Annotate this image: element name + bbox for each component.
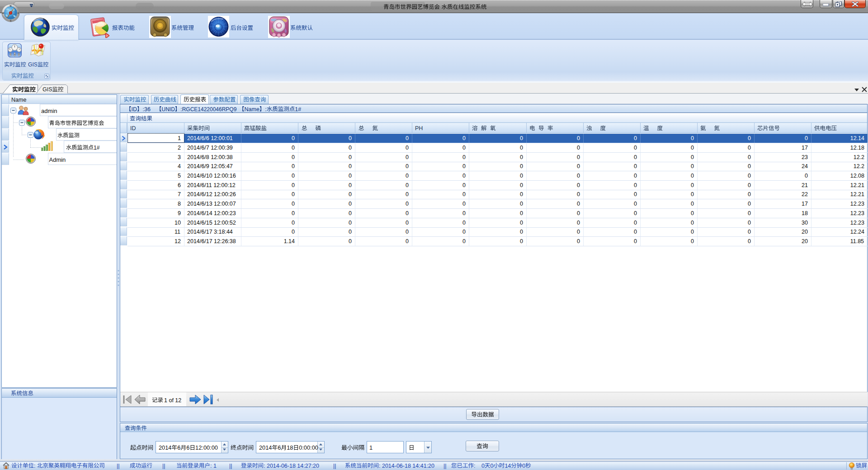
svg-text:E: E xyxy=(18,12,19,14)
svg-text:S: S xyxy=(10,19,12,22)
svg-text:N: N xyxy=(10,5,12,7)
svg-text:W: W xyxy=(2,12,5,14)
